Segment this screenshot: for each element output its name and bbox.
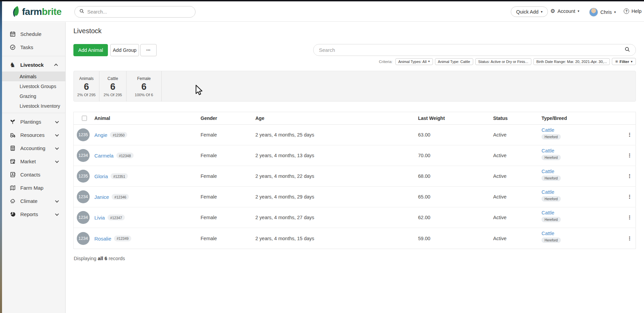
gender-cell: Female — [201, 153, 217, 158]
last-weight-cell: 68.00 — [418, 173, 430, 179]
table-row: 1234 Carmela #12348 Female 2 years, 4 mo… — [74, 145, 636, 166]
sidebar-item-reports[interactable]: Reports — [2, 208, 65, 221]
user-menu[interactable]: Chris▾ — [589, 8, 616, 17]
column-header-animal[interactable]: Animal — [94, 116, 110, 121]
animals-table: Animal Gender Age Last Weight Status Typ… — [73, 112, 636, 249]
row-menu-icon[interactable]: ⋮ — [625, 130, 634, 139]
leaf-icon — [11, 6, 20, 18]
table-row: 1235 Angie #12350 Female 2 years, 4 mont… — [74, 125, 636, 145]
column-header-status[interactable]: Status — [493, 116, 508, 121]
animal-type-link[interactable]: Cattle — [542, 210, 554, 215]
animal-avatar: 1234 — [77, 232, 90, 245]
row-menu-icon[interactable]: ⋮ — [625, 172, 634, 181]
quick-add-button[interactable]: Quick Add▾ — [511, 6, 548, 17]
criteria-chip[interactable]: Status: Active or Dry or Finis... — [475, 58, 531, 65]
filter-button[interactable]: ≡ Filter ▾ — [612, 58, 636, 65]
stat-label: Cattle — [108, 76, 118, 81]
table-row: 1234 Janice #12346 Female 2 years, 4 mon… — [74, 187, 636, 207]
status-cell: Active — [493, 215, 507, 220]
livestock-search-box[interactable] — [313, 44, 636, 56]
age-cell: 2 years, 4 months, 15 days — [255, 236, 314, 241]
age-cell: 2 years, 4 months, 13 days — [255, 153, 314, 158]
sidebar-item-resources[interactable]: Resources — [2, 128, 65, 142]
stat-value: 6 — [110, 82, 115, 91]
animal-name-link[interactable]: Angie — [94, 132, 107, 138]
stat-cell: Animals 6 2% Of 295 — [74, 71, 99, 101]
more-actions-button[interactable]: ••• — [140, 44, 157, 56]
animal-type-link[interactable]: Cattle — [542, 189, 554, 195]
sidebar-item-farm-map[interactable]: Farm Map — [2, 181, 65, 194]
animal-tag-badge: #12346 — [112, 194, 129, 200]
sidebar-item-livestock-inventory[interactable]: Livestock Inventory — [2, 101, 65, 111]
criteria-bar: Criteria: Animal Types: All ▾ Animal Typ… — [304, 58, 636, 65]
criteria-chip[interactable]: Birth Date Range: Mar. 20, 2021-Apr. 30,… — [533, 58, 610, 65]
add-animal-button[interactable]: Add Animal — [73, 44, 108, 56]
column-header-gender[interactable]: Gender — [201, 116, 217, 121]
breed-badge: Hereford — [542, 217, 561, 222]
gear-icon: ⚙ — [550, 8, 555, 14]
stat-subtext: 2% Of 295 — [77, 93, 95, 97]
animal-type-link[interactable]: Cattle — [542, 127, 554, 133]
animal-name-link[interactable]: Rosalie — [94, 235, 111, 241]
row-menu-icon[interactable]: ⋮ — [625, 234, 634, 243]
sidebar-item-schedule[interactable]: Schedule — [2, 27, 65, 41]
help-link[interactable]: ? Help — [624, 8, 642, 14]
gender-cell: Female — [201, 132, 217, 138]
row-menu-icon[interactable]: ⋮ — [625, 213, 634, 222]
animal-name-link[interactable]: Carmela — [94, 153, 114, 159]
column-header-type-breed[interactable]: Type/Breed — [542, 116, 567, 121]
last-weight-cell: 62.00 — [418, 215, 430, 220]
animal-type-link[interactable]: Cattle — [542, 169, 554, 174]
row-menu-icon[interactable]: ⋮ — [625, 192, 634, 201]
stat-subtext: 100% Of 6 — [135, 93, 153, 97]
logo-text: farmbrite — [22, 7, 62, 17]
global-search-box[interactable] — [74, 6, 196, 18]
animal-type-link[interactable]: Cattle — [542, 231, 554, 236]
global-search-input[interactable] — [87, 9, 182, 15]
column-header-age[interactable]: Age — [255, 116, 264, 121]
sidebar-item-livestock[interactable]: ♞Livestock — [2, 58, 65, 71]
animal-tag-badge: #12351 — [111, 173, 128, 179]
breed-badge: Hereford — [542, 196, 561, 202]
sidebar-item-grazing[interactable]: Grazing — [2, 91, 65, 101]
search-icon[interactable] — [625, 47, 630, 54]
chevron-up-icon — [54, 63, 58, 67]
stats-panel: Animals 6 2% Of 295 Cattle 6 2% Of 295 F… — [73, 71, 636, 102]
caret-down-icon: ▾ — [428, 60, 430, 63]
criteria-chip[interactable]: Animal Type: Cattle — [435, 58, 473, 65]
climate-icon — [9, 198, 16, 204]
animal-name-link[interactable]: Gloria — [94, 173, 108, 179]
sidebar-item-tasks[interactable]: Tasks — [2, 41, 65, 54]
breed-badge: Hereford — [542, 175, 561, 181]
gender-cell: Female — [201, 173, 217, 179]
sidebar-divider — [2, 113, 65, 113]
account-menu[interactable]: ⚙ Account▾ — [550, 8, 579, 14]
criteria-chip[interactable]: Animal Types: All ▾ — [395, 58, 433, 65]
sidebar-item-plantings[interactable]: Plantings — [2, 115, 65, 128]
animal-name-link[interactable]: Janice — [94, 194, 109, 200]
sidebar-item-market[interactable]: Market — [2, 155, 65, 168]
record-count: Displaying all 6 records — [74, 256, 125, 261]
farmbrite-logo[interactable]: farmbrite — [11, 6, 62, 18]
animal-type-link[interactable]: Cattle — [542, 148, 554, 153]
animal-name-link[interactable]: Livia — [94, 215, 105, 221]
calendar-icon — [9, 31, 16, 37]
livestock-search-input[interactable] — [319, 47, 625, 53]
animal-avatar: 1234 — [77, 211, 90, 224]
select-all-checkbox[interactable] — [82, 116, 87, 121]
breed-badge: Hereford — [542, 134, 561, 140]
sidebar-item-animals[interactable]: Animals — [2, 71, 65, 81]
sidebar-item-accounting[interactable]: Accounting — [2, 142, 65, 155]
add-group-button[interactable]: Add Group — [110, 44, 139, 56]
table-row: 1235 Gloria #12351 Female 2 years, 4 mon… — [74, 166, 636, 187]
row-menu-icon[interactable]: ⋮ — [625, 151, 634, 160]
animal-avatar: 1234 — [77, 190, 90, 203]
last-weight-cell: 65.00 — [418, 194, 430, 200]
sidebar-item-livestock-groups[interactable]: Livestock Groups — [2, 81, 65, 91]
sidebar-item-contacts[interactable]: Contacts — [2, 168, 65, 181]
column-header-last-weight[interactable]: Last Weight — [418, 116, 445, 121]
chevron-down-icon — [55, 159, 59, 163]
breed-badge: Hereford — [542, 155, 561, 160]
filter-bars-icon: ≡ — [615, 59, 618, 64]
sidebar-item-climate[interactable]: Climate — [2, 194, 65, 208]
